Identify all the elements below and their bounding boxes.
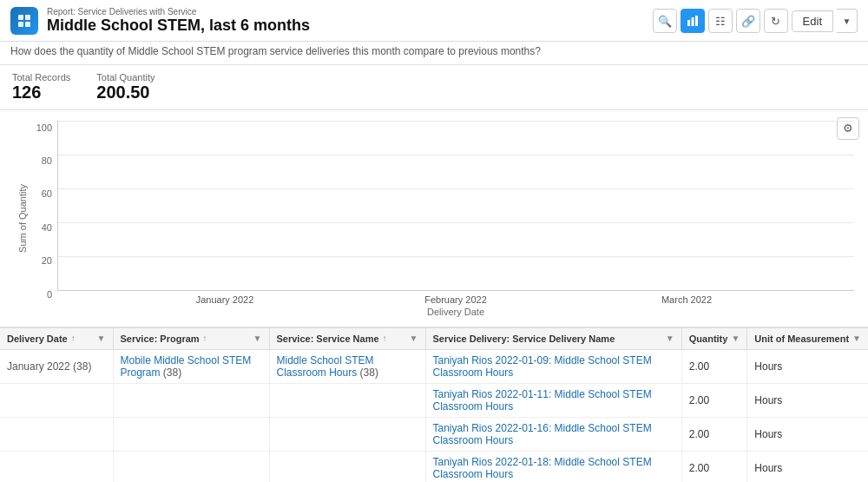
delivery-name-link[interactable]: Taniyah Rios 2022-01-16: Middle School S…: [433, 422, 652, 446]
total-records-value: 126: [12, 83, 70, 102]
cell-delivery-name[interactable]: Taniyah Rios 2022-01-09: Middle School S…: [425, 349, 681, 383]
delivery-date-filter-icon[interactable]: ▼: [97, 333, 106, 343]
cell-unit: Hours: [747, 349, 868, 383]
y-tick-20: 20: [42, 255, 52, 266]
cell-program[interactable]: Mobile Middle School STEM Program (38): [113, 349, 269, 383]
svg-rect-2: [18, 22, 23, 27]
cell-date: [0, 451, 113, 482]
program-link[interactable]: Mobile Middle School STEM Program: [121, 354, 252, 379]
y-axis-title: Sum of Quantity: [17, 184, 28, 253]
cell-service-name: [269, 451, 425, 482]
svg-rect-0: [18, 15, 23, 20]
col-service-name: Service: Service Name ↑ ▼: [269, 328, 425, 350]
table-section: Delivery Date ↑ ▼ Service: Program ↑ ▼ S…: [0, 327, 868, 482]
search-button[interactable]: 🔍: [653, 9, 677, 33]
svg-rect-3: [25, 22, 30, 27]
bar-label-feb: February 2022: [421, 294, 490, 305]
cell-delivery-name[interactable]: Taniyah Rios 2022-01-16: Middle School S…: [425, 417, 681, 451]
service-name-filter-icon[interactable]: ▼: [410, 333, 418, 343]
y-tick-0: 0: [47, 289, 52, 300]
report-subtitle: How does the quantity of Middle School S…: [0, 42, 868, 65]
delivery-name-link[interactable]: Taniyah Rios 2022-01-09: Middle School S…: [433, 354, 652, 379]
table-header-row: Delivery Date ↑ ▼ Service: Program ↑ ▼ S…: [0, 328, 868, 350]
svg-rect-6: [695, 16, 698, 26]
svg-rect-1: [25, 15, 30, 20]
chart-toggle-button[interactable]: [681, 9, 705, 33]
cell-service-name[interactable]: Middle School STEM Classroom Hours (38): [269, 349, 425, 383]
cell-service-name: [269, 383, 425, 417]
cell-delivery-name[interactable]: Taniyah Rios 2022-01-11: Middle School S…: [425, 383, 681, 417]
table-row: Taniyah Rios 2022-01-18: Middle School S…: [0, 451, 868, 482]
data-table: Delivery Date ↑ ▼ Service: Program ↑ ▼ S…: [0, 328, 868, 482]
table-row: Taniyah Rios 2022-01-11: Middle School S…: [0, 383, 868, 417]
y-tick-100: 100: [36, 122, 52, 133]
total-records-label: Total Records: [12, 72, 70, 83]
delivery-name-filter-icon[interactable]: ▼: [666, 333, 674, 343]
chart-area: ⚙ Sum of Quantity 100 80 60 40 20 0: [0, 110, 868, 327]
report-label: Report: Service Deliveries with Service: [47, 7, 310, 17]
svg-rect-4: [687, 20, 690, 26]
cell-date: [0, 383, 113, 417]
col-delivery-name: Service Delivery: Service Delivery Name …: [425, 328, 681, 350]
cell-delivery-name[interactable]: Taniyah Rios 2022-01-18: Middle School S…: [425, 451, 681, 482]
table-row: Taniyah Rios 2022-01-16: Middle School S…: [0, 417, 868, 451]
delivery-name-link[interactable]: Taniyah Rios 2022-01-11: Middle School S…: [433, 388, 652, 413]
y-tick-40: 40: [42, 222, 52, 233]
bar-label-jan: January 2022: [190, 294, 260, 305]
edit-button[interactable]: Edit: [792, 10, 833, 32]
delivery-name-link[interactable]: Taniyah Rios 2022-01-18: Middle School S…: [433, 456, 652, 480]
header-left: Report: Service Deliveries with Service …: [10, 7, 310, 36]
cell-quantity: 2.00: [681, 417, 747, 451]
filter-button[interactable]: ☷: [708, 9, 733, 33]
cell-unit: Hours: [747, 417, 868, 451]
total-quantity-label: Total Quantity: [96, 72, 155, 83]
report-header: Report: Service Deliveries with Service …: [0, 0, 868, 42]
service-program-filter-icon[interactable]: ▼: [253, 333, 262, 343]
col-service-program: Service: Program ↑ ▼: [113, 328, 269, 350]
total-quantity-value: 200.50: [96, 83, 155, 102]
cell-unit: Hours: [747, 451, 868, 482]
service-program-sort-icon: ↑: [203, 333, 207, 343]
cell-program: [113, 383, 269, 417]
app-icon: [10, 7, 38, 35]
cell-program: [113, 451, 269, 482]
refresh-button[interactable]: ↻: [764, 9, 788, 33]
bar-label-mar: March 2022: [652, 294, 721, 305]
stats-row: Total Records 126 Total Quantity 200.50: [0, 65, 868, 110]
svg-rect-5: [691, 17, 694, 26]
service-name-sort-icon: ↑: [383, 333, 387, 343]
cell-service-name: [269, 417, 425, 451]
y-tick-60: 60: [42, 188, 52, 199]
report-title: Middle School STEM, last 6 months: [47, 17, 310, 36]
edit-caret-button[interactable]: ▼: [837, 9, 858, 33]
y-tick-80: 80: [42, 155, 52, 166]
cell-quantity: 2.00: [681, 451, 747, 482]
share-button[interactable]: 🔗: [736, 9, 760, 33]
col-quantity: Quantity ▼: [681, 328, 747, 350]
col-unit: Unit of Measurement ▼: [747, 328, 868, 350]
total-records-block: Total Records 126: [12, 72, 70, 102]
cell-quantity: 2.00: [681, 349, 747, 383]
table-row: January 2022 (38)Mobile Middle School ST…: [0, 349, 868, 383]
total-quantity-block: Total Quantity 200.50: [96, 72, 155, 102]
cell-program: [113, 417, 269, 451]
cell-date: January 2022 (38): [0, 349, 113, 383]
cell-date: [0, 417, 113, 451]
title-block: Report: Service Deliveries with Service …: [47, 7, 310, 36]
quantity-filter-icon[interactable]: ▼: [731, 333, 740, 343]
delivery-date-sort-icon: ↑: [71, 333, 76, 343]
header-actions: 🔍 ☷ 🔗 ↻ Edit ▼: [653, 9, 858, 33]
cell-unit: Hours: [747, 383, 868, 417]
unit-filter-icon[interactable]: ▼: [852, 333, 861, 343]
cell-quantity: 2.00: [681, 383, 747, 417]
col-delivery-date: Delivery Date ↑ ▼: [0, 328, 113, 350]
x-axis-title: Delivery Date: [57, 307, 854, 317]
